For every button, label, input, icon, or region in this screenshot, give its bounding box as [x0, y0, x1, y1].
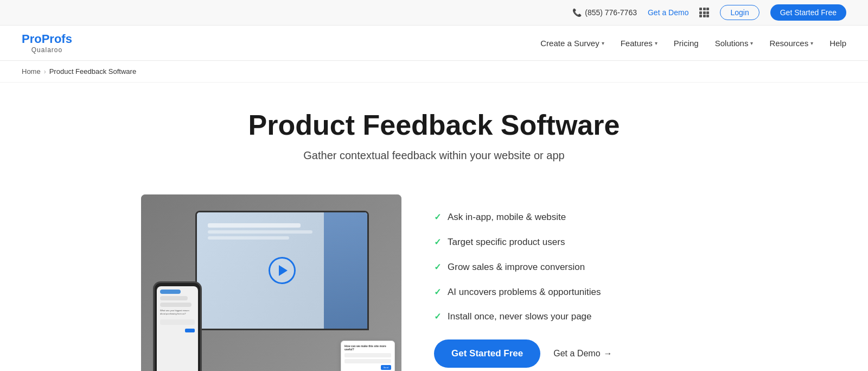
laptop-screen	[197, 212, 367, 329]
page-title: Product Feedback Software	[22, 110, 846, 141]
nav-features[interactable]: Features ▾	[621, 39, 658, 48]
survey-popup-widget: How can we make this site more useful? S…	[341, 341, 395, 371]
features-list: ✓ Ask in-app, mobile & website ✓ Target …	[434, 194, 727, 368]
feature-item: ✓ AI uncovers problems & opportunities	[434, 286, 727, 299]
breadcrumb-separator: ›	[44, 68, 46, 76]
grid-apps-icon[interactable]	[699, 8, 709, 17]
popup-submit-button[interactable]: Send	[381, 365, 391, 370]
nav-pricing[interactable]: Pricing	[674, 39, 699, 48]
logo-text: ProProfs	[22, 32, 72, 46]
cta-row: Get Started Free Get a Demo →	[434, 339, 727, 368]
nav-create-survey[interactable]: Create a Survey ▾	[540, 39, 604, 48]
laptop-mockup	[195, 211, 369, 330]
play-button[interactable]	[269, 257, 296, 284]
chevron-down-icon: ▾	[655, 40, 658, 46]
feature-item: ✓ Target specific product users	[434, 236, 727, 249]
breadcrumb-current: Product Feedback Software	[49, 67, 136, 76]
feature-item: ✓ Ask in-app, mobile & website	[434, 211, 727, 224]
nav-solutions[interactable]: Solutions ▾	[715, 39, 754, 48]
login-button[interactable]: Login	[720, 5, 759, 20]
breadcrumb-home[interactable]: Home	[22, 67, 41, 76]
hero-subtitle: Gather contextual feedback within your w…	[22, 149, 846, 162]
logo[interactable]: ProProfs Qualaroo	[22, 32, 72, 54]
check-icon: ✓	[434, 262, 441, 272]
phone-mockup: What was your biggest reason about purch…	[153, 281, 202, 371]
play-icon	[279, 265, 288, 276]
chevron-down-icon: ▾	[750, 40, 753, 46]
top-bar: 📞 (855) 776-7763 Get a Demo Login Get St…	[0, 0, 868, 26]
get-started-top-button[interactable]: Get Started Free	[770, 4, 846, 21]
get-demo-link[interactable]: Get a Demo	[648, 8, 688, 17]
phone-icon: 📞	[572, 8, 582, 17]
video-block[interactable]: What was your biggest reason about purch…	[141, 194, 401, 371]
feature-text: AI uncovers problems & opportunities	[448, 286, 601, 299]
check-icon: ✓	[434, 237, 441, 247]
nav-resources[interactable]: Resources ▾	[769, 39, 813, 48]
phone-number: 📞 (855) 776-7763	[572, 8, 637, 17]
feature-text: Install once, never slows your page	[448, 310, 592, 323]
chevron-down-icon: ▾	[602, 40, 604, 46]
chevron-down-icon: ▾	[810, 40, 813, 46]
feature-text: Grow sales & improve conversion	[448, 261, 585, 274]
nav-help[interactable]: Help	[829, 39, 846, 48]
logo-qualaroo: Qualaroo	[22, 46, 72, 54]
get-demo-cta-link[interactable]: Get a Demo →	[553, 349, 612, 359]
check-icon: ✓	[434, 311, 441, 322]
main-content: What was your biggest reason about purch…	[108, 194, 760, 371]
check-icon: ✓	[434, 287, 441, 297]
nav-links: Create a Survey ▾ Features ▾ Pricing Sol…	[540, 39, 846, 48]
hero-section: Product Feedback Software Gather context…	[0, 83, 868, 194]
feature-text: Ask in-app, mobile & website	[448, 211, 566, 224]
check-icon: ✓	[434, 212, 441, 222]
feature-item: ✓ Grow sales & improve conversion	[434, 261, 727, 274]
feature-item: ✓ Install once, never slows your page	[434, 310, 727, 323]
feature-text: Target specific product users	[448, 236, 565, 249]
get-started-main-button[interactable]: Get Started Free	[434, 339, 540, 368]
arrow-right-icon: →	[604, 349, 612, 359]
breadcrumb: Home › Product Feedback Software	[0, 61, 868, 83]
navbar: ProProfs Qualaroo Create a Survey ▾ Feat…	[0, 26, 868, 61]
